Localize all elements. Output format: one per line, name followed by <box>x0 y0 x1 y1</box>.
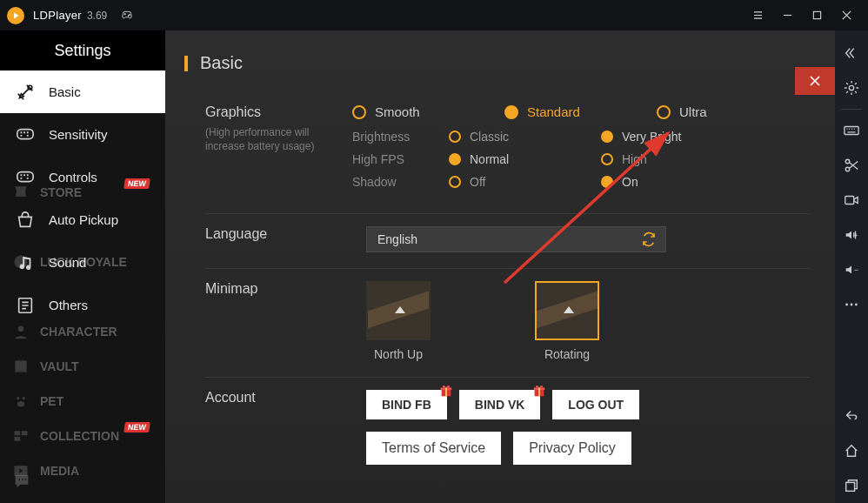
sub-option[interactable]: Very Bright <box>601 130 753 144</box>
svg-rect-5 <box>15 360 26 372</box>
minimap-section: Minimap North UpRotating <box>205 269 809 378</box>
keyboard-icon[interactable] <box>835 113 868 148</box>
settings-header: Settings <box>0 30 165 70</box>
radio-icon <box>449 153 461 165</box>
radio-icon <box>352 105 366 119</box>
svg-point-1 <box>128 15 129 16</box>
radio-icon <box>601 176 613 188</box>
sub-option[interactable]: Off <box>449 175 601 189</box>
minimap-option[interactable]: Rotating <box>535 281 599 361</box>
svg-point-4 <box>18 325 24 332</box>
minimap-thumb <box>535 281 599 340</box>
graphics-mode-ultra[interactable]: Ultra <box>657 104 809 119</box>
sub-option[interactable]: Classic <box>449 130 601 144</box>
svg-rect-22 <box>445 387 447 396</box>
svg-point-19 <box>25 479 27 480</box>
nav-label: Basic <box>49 84 81 99</box>
sub-label: Brightness <box>352 130 435 144</box>
svg-rect-25 <box>538 387 540 396</box>
language-select[interactable]: English <box>366 226 666 252</box>
volume-down-icon[interactable]: − <box>835 252 868 287</box>
radio-icon <box>601 153 613 165</box>
gear-icon[interactable] <box>835 70 868 105</box>
nav-sensitivity[interactable]: Sensitivity <box>0 113 165 156</box>
account-bind-fb-button[interactable]: BIND FB <box>366 390 447 419</box>
svg-rect-9 <box>15 431 21 435</box>
account-link-button[interactable]: Terms of Service <box>366 432 501 465</box>
account-log-out-button[interactable]: LOG OUT <box>552 390 639 419</box>
back-icon[interactable] <box>835 399 868 433</box>
nav-label: Sensitivity <box>49 127 108 142</box>
graphics-mode-standard[interactable]: Standard <box>504 104 657 119</box>
scissors-icon[interactable] <box>835 148 868 183</box>
close-icon[interactable] <box>831 0 861 30</box>
svg-rect-28 <box>845 127 858 135</box>
sync-icon[interactable] <box>641 231 657 250</box>
nav-others[interactable]: Others <box>0 284 165 326</box>
volume-up-icon[interactable]: + <box>835 218 868 252</box>
right-toolbar: + − <box>835 30 868 503</box>
maximize-icon[interactable] <box>802 0 831 30</box>
gift-icon <box>438 383 454 399</box>
minimap-thumb <box>366 281 431 340</box>
sidebar: Settings STORENEW LUCK ROYALE CHARACTER … <box>0 30 165 503</box>
radio-icon <box>504 105 518 119</box>
more-icon[interactable] <box>835 287 868 322</box>
svg-text:+: + <box>854 231 858 239</box>
nav-autopickup[interactable]: Auto Pickup <box>0 198 165 241</box>
nav-controls[interactable]: Controls <box>0 156 165 198</box>
svg-point-7 <box>23 397 25 399</box>
minimap-label: Minimap <box>205 281 366 361</box>
graphics-mode-smooth[interactable]: Smooth <box>352 104 504 119</box>
svg-rect-10 <box>22 431 28 435</box>
sub-option[interactable]: High <box>601 152 753 166</box>
svg-point-36 <box>855 304 858 306</box>
svg-point-0 <box>130 14 130 15</box>
main-panel: Basic Graphics (High performance will in… <box>165 30 835 503</box>
gamepad-icon[interactable] <box>117 6 137 25</box>
svg-point-8 <box>17 401 24 407</box>
account-link-button[interactable]: Privacy Policy <box>513 432 631 465</box>
svg-point-18 <box>22 479 23 480</box>
nav-label: Sound <box>49 255 86 270</box>
sub-option[interactable]: On <box>601 175 753 189</box>
nav-basic[interactable]: Basic <box>0 70 165 113</box>
bg-vault: VAULT <box>0 349 165 384</box>
gift-icon <box>531 383 547 399</box>
chat-icon[interactable] <box>12 472 31 491</box>
app-version: 3.69 <box>87 10 107 22</box>
graphics-hint: (High performance will increase battery … <box>205 125 344 153</box>
sub-option[interactable]: Normal <box>449 152 601 166</box>
collapse-icon[interactable] <box>835 36 868 70</box>
language-section: Language English <box>205 214 809 269</box>
nav-sound[interactable]: Sound <box>0 241 165 284</box>
record-icon[interactable] <box>835 183 868 218</box>
radio-icon <box>449 176 461 188</box>
multitask-icon[interactable] <box>835 468 868 503</box>
svg-point-34 <box>845 304 848 306</box>
bg-pet: PET <box>0 384 165 419</box>
nav-label: Auto Pickup <box>49 212 118 227</box>
svg-point-17 <box>18 479 20 480</box>
svg-rect-2 <box>813 11 820 18</box>
svg-rect-11 <box>15 437 21 441</box>
svg-point-6 <box>17 397 19 399</box>
home-icon[interactable] <box>835 433 868 468</box>
nav-label: Others <box>49 298 88 312</box>
minimize-icon[interactable] <box>772 0 802 30</box>
sub-label: Shadow <box>352 175 435 189</box>
svg-rect-31 <box>845 197 854 205</box>
svg-rect-15 <box>17 171 33 181</box>
bg-coll: COLLECTIONNEW <box>0 419 165 453</box>
hamburger-icon[interactable] <box>743 0 772 30</box>
account-label: Account <box>205 390 366 477</box>
app-name: LDPlayer <box>33 9 82 22</box>
panel-title: Basic <box>205 53 809 73</box>
account-bind-vk-button[interactable]: BIND VK <box>459 390 541 419</box>
svg-point-35 <box>851 304 853 306</box>
titlebar: LDPlayer 3.69 <box>0 0 868 30</box>
graphics-section: Graphics (High performance will increase… <box>205 92 809 214</box>
radio-icon <box>601 131 613 143</box>
minimap-option[interactable]: North Up <box>366 281 431 361</box>
svg-rect-37 <box>846 482 855 491</box>
